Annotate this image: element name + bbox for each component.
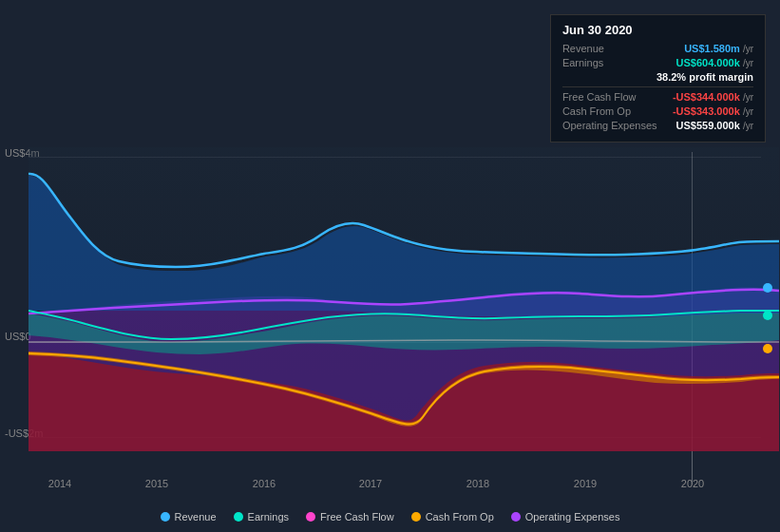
chart-container: Jun 30 2020 Revenue US$1.580m /yr Earnin… (0, 0, 780, 532)
tooltip-fcf-row: Free Cash Flow -US$344.000k /yr (562, 91, 753, 103)
tooltip-earnings-row: Earnings US$604.000k /yr (562, 57, 753, 68)
x-label-2014: 2014 (48, 478, 71, 489)
legend-fcf-dot (306, 512, 315, 522)
x-label-2017: 2017 (359, 478, 382, 489)
tooltip-fcf-value: -US$344.000k /yr (673, 91, 753, 103)
chart-legend: Revenue Earnings Free Cash Flow Cash Fro… (0, 511, 780, 522)
earnings-right-indicator (763, 311, 772, 320)
legend-cfo-dot (411, 512, 421, 522)
tooltip-revenue-label: Revenue (562, 43, 604, 54)
y-label-0: US$0 (5, 331, 31, 342)
tooltip-opex-row: Operating Expenses US$559.000k /yr (562, 120, 753, 131)
profit-margin-text: 38.2% profit margin (562, 71, 753, 83)
legend-cfo: Cash From Op (411, 511, 494, 522)
legend-revenue: Revenue (161, 511, 217, 522)
tooltip-opex-value: US$559.000k /yr (676, 120, 753, 131)
x-label-2020: 2020 (681, 478, 704, 489)
legend-revenue-label: Revenue (175, 511, 217, 522)
x-label-2015: 2015 (145, 478, 168, 489)
revenue-right-indicator (763, 283, 772, 293)
legend-opex: Operating Expenses (511, 511, 620, 522)
tooltip-cfo-label: Cash From Op (562, 105, 631, 117)
legend-revenue-dot (161, 512, 170, 522)
x-label-2019: 2019 (574, 478, 597, 489)
tooltip-cfo-row: Cash From Op -US$343.000k /yr (562, 105, 753, 117)
x-label-2016: 2016 (253, 478, 276, 489)
legend-fcf-label: Free Cash Flow (320, 511, 394, 522)
tooltip-fcf-label: Free Cash Flow (562, 91, 637, 103)
main-chart-svg (29, 147, 779, 451)
tooltip-earnings-label: Earnings (562, 57, 603, 68)
tooltip-box: Jun 30 2020 Revenue US$1.580m /yr Earnin… (550, 14, 766, 142)
tooltip-revenue-value: US$1.580m /yr (684, 43, 753, 54)
tooltip-date: Jun 30 2020 (562, 23, 753, 37)
cashfromop-right-indicator (763, 344, 772, 353)
legend-fcf: Free Cash Flow (306, 511, 394, 522)
legend-opex-label: Operating Expenses (525, 511, 620, 522)
tooltip-revenue-row: Revenue US$1.580m /yr (562, 43, 753, 54)
legend-earnings: Earnings (234, 511, 289, 522)
x-label-2018: 2018 (466, 478, 489, 489)
tooltip-earnings-value: US$604.000k /yr (676, 57, 753, 68)
legend-earnings-label: Earnings (248, 511, 289, 522)
legend-opex-dot (511, 512, 521, 522)
legend-earnings-dot (234, 512, 243, 522)
tooltip-opex-label: Operating Expenses (562, 120, 657, 131)
tooltip-cfo-value: -US$343.000k /yr (673, 105, 753, 117)
legend-cfo-label: Cash From Op (426, 511, 494, 522)
